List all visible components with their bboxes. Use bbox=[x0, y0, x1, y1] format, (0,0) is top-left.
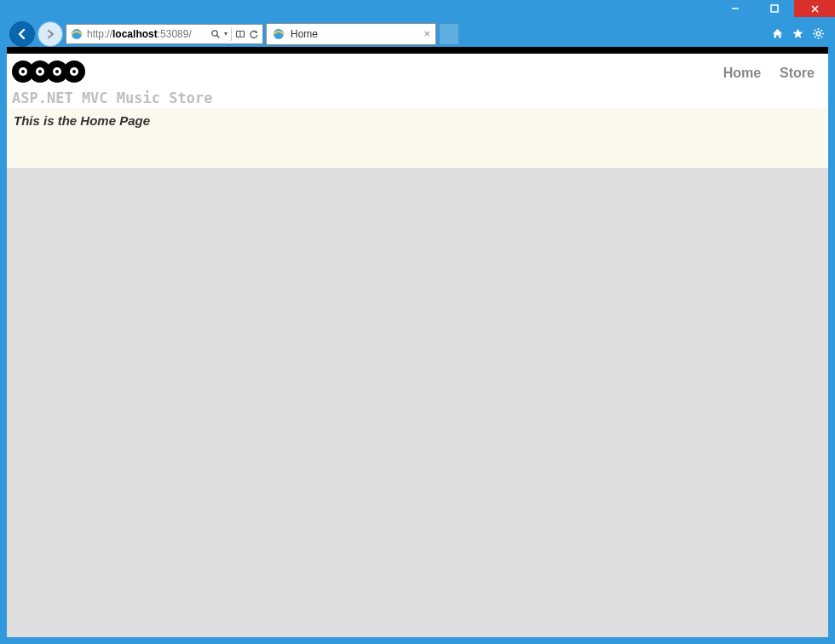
url-text: http://localhost:53089/ bbox=[87, 28, 207, 40]
browser-toolbar: http://localhost:53089/ ▾ Home × bbox=[2, 20, 833, 47]
ie-icon bbox=[270, 26, 287, 43]
maximize-button[interactable] bbox=[755, 0, 794, 17]
home-icon[interactable] bbox=[770, 27, 784, 41]
top-stripe bbox=[7, 47, 828, 54]
site-header: ASP.NET MVC Music Store Home Store bbox=[7, 54, 828, 108]
browser-tab[interactable]: Home × bbox=[266, 23, 436, 45]
dropdown-icon[interactable]: ▾ bbox=[224, 30, 227, 37]
close-tab-button[interactable]: × bbox=[423, 27, 430, 40]
disc-icon bbox=[63, 60, 85, 83]
address-bar[interactable]: http://localhost:53089/ ▾ bbox=[66, 24, 263, 44]
search-icon[interactable] bbox=[210, 29, 221, 39]
page-heading: This is the Home Page bbox=[14, 113, 821, 128]
close-window-button[interactable] bbox=[794, 0, 835, 17]
browser-menu-icons bbox=[770, 27, 833, 41]
settings-icon[interactable] bbox=[811, 27, 825, 41]
svg-point-8 bbox=[816, 32, 821, 36]
ie-icon bbox=[68, 26, 85, 43]
svg-point-2 bbox=[72, 29, 82, 39]
favorites-icon[interactable] bbox=[791, 27, 804, 41]
back-button[interactable] bbox=[9, 21, 35, 47]
svg-rect-1 bbox=[771, 5, 778, 12]
svg-point-7 bbox=[274, 29, 284, 39]
new-tab-button[interactable] bbox=[439, 23, 459, 45]
minimize-button[interactable] bbox=[716, 0, 755, 17]
svg-line-14 bbox=[821, 37, 821, 37]
svg-line-15 bbox=[821, 30, 821, 31]
nav-link-home[interactable]: Home bbox=[723, 66, 761, 81]
nav-link-store[interactable]: Store bbox=[780, 66, 815, 81]
window-titlebar bbox=[0, 0, 835, 20]
svg-line-16 bbox=[815, 37, 815, 37]
svg-line-4 bbox=[217, 35, 220, 37]
site-logo[interactable] bbox=[12, 60, 723, 83]
site-title: ASP.NET MVC Music Store bbox=[12, 89, 723, 106]
svg-line-13 bbox=[815, 30, 815, 31]
page-viewport: ASP.NET MVC Music Store Home Store This … bbox=[7, 47, 828, 637]
forward-button[interactable] bbox=[37, 21, 63, 47]
tab-title: Home bbox=[289, 28, 423, 40]
nav-links: Home Store bbox=[723, 60, 820, 81]
svg-point-3 bbox=[212, 30, 217, 35]
compat-view-icon[interactable] bbox=[235, 29, 245, 39]
address-bar-controls: ▾ bbox=[207, 27, 262, 41]
refresh-icon[interactable] bbox=[249, 29, 259, 39]
page-body: This is the Home Page bbox=[7, 108, 828, 168]
